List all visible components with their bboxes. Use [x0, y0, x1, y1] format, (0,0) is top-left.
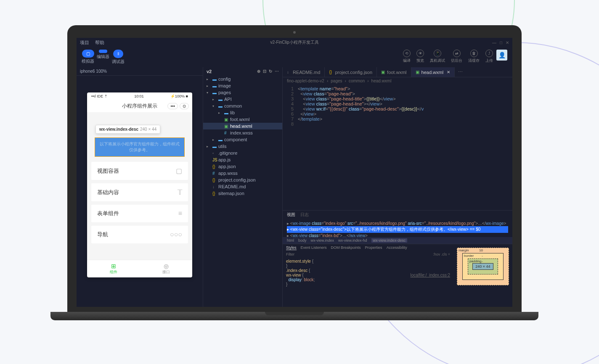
simulator-pane: iphone6 100% ••ıl IDE ⇡ 10:01 ⚡100% ■ 小程… [77, 67, 203, 307]
phone-signal: ••ıl IDE ⇡ [91, 94, 108, 98]
tree-item-app.js[interactable]: JSapp.js [203, 156, 282, 163]
list-item[interactable]: 表单组件≡ [91, 205, 188, 222]
tree-root: v2 [207, 69, 212, 74]
laptop-frame: 项目帮助 v2-FinClip小程序开发工具 —□✕ ▢模拟器编辑器⫴调试器 ⟲… [67, 25, 522, 320]
editor-tab-README.md[interactable]: ↓README.md [283, 67, 325, 77]
toolbar-清缓存[interactable]: 🗑清缓存 [468, 50, 480, 63]
toolbar-预览[interactable]: 👁预览 [416, 50, 424, 63]
window-control[interactable]: ✕ [506, 40, 509, 45]
styles-tab-Styles[interactable]: Styles [286, 245, 297, 250]
tree-item-lib[interactable]: ▸▬lib [203, 109, 282, 116]
list-item[interactable]: 导航○○○ [91, 226, 188, 243]
toolbar-编译[interactable]: ⟲编译 [403, 50, 411, 63]
breadcrumb-segment[interactable]: common [349, 79, 365, 83]
tree-item-app.json[interactable]: {}app.json [203, 163, 282, 170]
tree-item-config[interactable]: ▸▬config [203, 76, 282, 82]
dom-crumb[interactable]: body [298, 238, 307, 243]
toolbar-上传[interactable]: ⤴上传 [485, 50, 493, 63]
styles-tab-Accessibility[interactable]: Accessibility [387, 245, 407, 250]
ide-window: 项目帮助 v2-FinClip小程序开发工具 —□✕ ▢模拟器编辑器⫴调试器 ⟲… [77, 38, 512, 307]
element-node[interactable]: ▸ <wx-view class="index-desc">以下将展示小程序官方… [287, 226, 508, 233]
code-editor[interactable]: 1<template name="head">2 <view class="pa… [283, 84, 512, 210]
window-title: v2-FinClip小程序开发工具 [270, 40, 318, 45]
tabbar-接口[interactable]: ◎接口 [140, 260, 192, 277]
dom-crumb[interactable]: wx-view.index-hd [338, 238, 367, 243]
tree-item-.gitignore[interactable]: ▫.gitignore [203, 150, 282, 156]
devtools-tab-视图[interactable]: 视图 [287, 212, 295, 218]
breadcrumb: fino-applet-demo-v2›pages›common›head.wx… [283, 77, 512, 84]
tree-action-icon[interactable]: ↻ [269, 69, 272, 74]
menu-帮助[interactable]: 帮助 [95, 40, 104, 46]
box-model: margin 10 border - padding - 240 × 4 [453, 244, 512, 307]
highlighted-element[interactable]: 以下将展示小程序官方组件能力，组件样式仅供参考。 [95, 137, 185, 157]
editor-tab-head.wxml[interactable]: ▣head.wxml✕ [411, 67, 455, 77]
phone-frame: ••ıl IDE ⇡ 10:01 ⚡100% ■ 小程序组件展示 ••• ⊙ [87, 92, 192, 277]
breadcrumb-segment[interactable]: fino-applet-demo-v2 [287, 79, 324, 83]
tree-item-API[interactable]: ▸▬API [203, 96, 282, 103]
nav-title: 小程序组件展示 [122, 103, 157, 110]
tabbar-组件[interactable]: ⊞组件 [87, 260, 140, 277]
css-rule[interactable]: .index-desc {</span><br>&nbsp;&nbsp;<spa… [286, 268, 450, 273]
elements-panel[interactable]: ▸ <wx-image class="index-logo" src="../r… [283, 219, 512, 237]
tabs-more[interactable]: ⋯ [455, 67, 466, 77]
dom-crumb[interactable]: html [287, 238, 294, 243]
tree-item-index.wxss[interactable]: #index.wxss [203, 129, 282, 136]
device-label: iphone6 100% [77, 67, 203, 76]
devtools-tab-日志[interactable]: 日志 [300, 212, 309, 218]
tree-item-pages[interactable]: ▾▬pages [203, 89, 282, 96]
tree-item-README.md[interactable]: ↓README.md [203, 183, 282, 190]
element-node[interactable]: ▸ <wx-view class="index-bd">…</wx-view> [287, 233, 508, 237]
menu-项目[interactable]: 项目 [80, 40, 89, 46]
styles-tab-DOM Breakpoints[interactable]: DOM Breakpoints [331, 245, 361, 250]
tree-action-icon[interactable]: ⊕ [257, 69, 260, 74]
camera-dot [293, 31, 296, 34]
tree-item-project.config.json[interactable]: {}project.config.json [203, 177, 282, 183]
toolbar-模拟器[interactable]: ▢模拟器 [82, 50, 94, 65]
css-rule[interactable]: wx-view {localfile:/_index.css:2 display… [286, 273, 450, 287]
window-control[interactable]: — [492, 40, 496, 45]
tree-item-utils[interactable]: ▸▬utils [203, 143, 282, 150]
tree-item-image[interactable]: ▸▬image [203, 82, 282, 89]
tree-item-component[interactable]: ▸▬component [203, 136, 282, 143]
toolbar-切后台[interactable]: ⇄切后台 [451, 50, 462, 63]
list-item[interactable]: 基础内容𝕋 [91, 183, 188, 201]
titlebar: 项目帮助 v2-FinClip小程序开发工具 —□✕ [77, 38, 512, 47]
tree-item-foot.wxml[interactable]: ▣foot.wxml [203, 116, 282, 123]
minimap[interactable] [496, 84, 512, 210]
styles-tab-Properties[interactable]: Properties [365, 245, 382, 250]
devtools: 视图日志 ▸ <wx-image class="index-logo" src=… [283, 210, 512, 307]
editor-tab-foot.wxml[interactable]: ▣foot.wxml [377, 67, 411, 77]
window-control[interactable]: □ [500, 40, 502, 45]
toolbar: ▢模拟器编辑器⫴调试器 ⟲编译👁预览📱真机调试⇄切后台🗑清缓存⤴上传 👤 [77, 47, 512, 67]
toolbar-真机调试[interactable]: 📱真机调试 [430, 50, 445, 63]
tree-item-common[interactable]: ▾▬common [203, 103, 282, 109]
toolbar-编辑器[interactable]: 编辑器 [97, 50, 109, 65]
tree-action-icon[interactable]: ⊡ [263, 69, 266, 74]
styles-tab-Event Listeners[interactable]: Event Listeners [301, 245, 327, 250]
file-tree[interactable]: v2 ⊕⊡↻⋯ ▸▬config▸▬image▾▬pages▸▬API▾▬com… [203, 67, 283, 307]
editor-tabs: ↓README.md{}project.config.json▣foot.wxm… [283, 67, 512, 77]
capsule-menu[interactable]: ••• [167, 103, 178, 109]
breadcrumb-segment[interactable]: head.wxml [371, 79, 392, 83]
capsule-close[interactable]: ⊙ [180, 103, 189, 109]
toolbar-调试器[interactable]: ⫴调试器 [112, 50, 125, 65]
dom-crumb[interactable]: wx-view.index-desc [371, 238, 408, 243]
editor-tab-project.config.json[interactable]: {}project.config.json [325, 67, 377, 77]
list-item[interactable]: 视图容器▢ [91, 162, 188, 180]
inspect-tooltip: wx-view.index-desc240 × 44 [95, 125, 160, 134]
element-node[interactable]: ▸ <wx-image class="index-logo" src="../r… [287, 221, 508, 226]
tree-item-sitemap.json[interactable]: {}sitemap.json [203, 190, 282, 197]
filter-controls[interactable]: :hov .cls + [433, 252, 450, 256]
avatar[interactable]: 👤 [496, 50, 507, 61]
dom-crumb[interactable]: wx-view.index [311, 238, 334, 243]
css-rule[interactable]: element.style {} [286, 259, 450, 268]
phone-time: 10:01 [134, 94, 144, 98]
tree-item-head.wxml[interactable]: ▣head.wxml [203, 123, 282, 129]
breadcrumb-segment[interactable]: pages [331, 79, 342, 83]
styles-filter-input[interactable] [286, 252, 429, 256]
phone-battery: ⚡100% ■ [170, 94, 188, 98]
tree-item-app.wxss[interactable]: #app.wxss [203, 170, 282, 177]
tree-action-icon[interactable]: ⋯ [275, 69, 279, 74]
